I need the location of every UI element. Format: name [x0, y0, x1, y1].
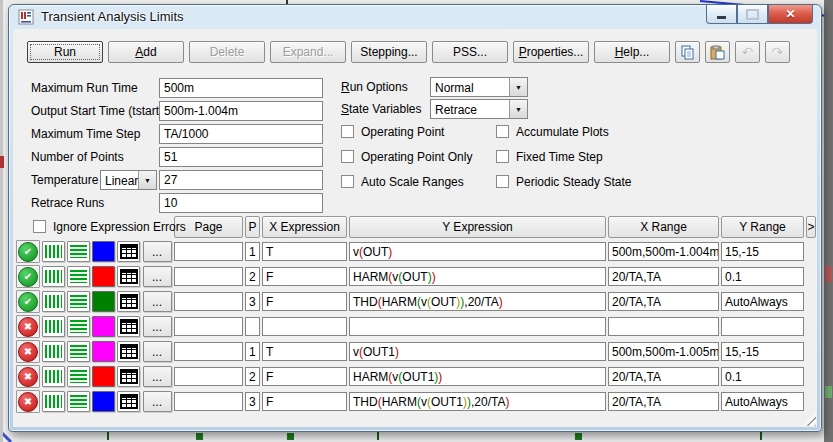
expression-more-button[interactable]: ... — [143, 291, 172, 312]
trace-color-button[interactable] — [92, 341, 115, 362]
page-field[interactable] — [174, 317, 243, 336]
trace-color-button[interactable] — [92, 366, 115, 387]
number-of-points-field[interactable]: 51 — [159, 147, 323, 167]
y-gridlines-button[interactable] — [67, 341, 90, 362]
run-options-select[interactable]: Normal ▼ — [430, 77, 528, 97]
trace-color-button[interactable] — [92, 266, 115, 287]
trace-color-button[interactable] — [92, 316, 115, 337]
p-field[interactable]: 2 — [245, 267, 260, 286]
chevron-down-icon[interactable]: ▼ — [509, 78, 527, 96]
y-expression-field[interactable]: HARM(v(OUT1)) — [349, 367, 606, 386]
column-header-x-expression[interactable]: X Expression — [262, 216, 347, 238]
numeric-output-button[interactable] — [117, 366, 140, 387]
numeric-output-button[interactable] — [117, 341, 140, 362]
y-gridlines-button[interactable] — [67, 241, 90, 262]
p-field[interactable] — [245, 317, 260, 336]
operating-point-checkbox[interactable] — [341, 125, 354, 138]
maximize-button[interactable] — [737, 5, 768, 24]
x-expression-field[interactable]: T — [262, 242, 347, 261]
state-variables-select[interactable]: Retrace ▼ — [430, 99, 528, 119]
temperature-field[interactable]: 27 — [159, 170, 323, 190]
y-expression-field[interactable]: HARM(v(OUT)) — [349, 267, 606, 286]
row-status-button[interactable]: ✖ — [16, 315, 40, 338]
row-status-button[interactable]: ✖ — [16, 390, 40, 413]
y-range-field[interactable]: AutoAlways — [721, 392, 804, 411]
x-range-field[interactable]: 20/TA,TA — [608, 292, 719, 311]
undo-button[interactable]: ↶ — [735, 41, 760, 63]
p-field[interactable]: 2 — [245, 367, 260, 386]
copy-button[interactable] — [675, 41, 700, 63]
toolbar-button-help[interactable]: Help... — [594, 41, 670, 63]
toolbar-button-add[interactable]: Add — [108, 41, 184, 63]
x-gridlines-button[interactable] — [42, 241, 65, 262]
temperature-method-select[interactable]: Linear ▼ — [100, 170, 157, 190]
toolbar-button-delete[interactable]: Delete — [189, 41, 265, 63]
p-field[interactable]: 1 — [245, 342, 260, 361]
column-header-expand[interactable]: > — [806, 216, 816, 238]
column-header-y-expression[interactable]: Y Expression — [349, 216, 606, 238]
y-range-field[interactable]: 0.1 — [721, 367, 804, 386]
y-expression-field[interactable] — [349, 317, 606, 336]
numeric-output-button[interactable] — [117, 241, 140, 262]
trace-color-button[interactable] — [92, 241, 115, 262]
page-field[interactable] — [174, 267, 243, 286]
page-field[interactable] — [174, 342, 243, 361]
row-status-button[interactable]: ✔ — [16, 265, 40, 288]
expression-more-button[interactable]: ... — [143, 391, 172, 412]
x-expression-field[interactable]: F — [262, 267, 347, 286]
periodic-steady-state-checkbox[interactable] — [496, 175, 509, 188]
numeric-output-button[interactable] — [117, 391, 140, 412]
minimize-button[interactable] — [706, 5, 737, 24]
close-button[interactable]: ✕ — [768, 5, 813, 24]
page-field[interactable] — [174, 292, 243, 311]
y-expression-field[interactable]: THD(HARM(v(OUT)),20/TA) — [349, 292, 606, 311]
row-status-button[interactable]: ✖ — [16, 365, 40, 388]
y-gridlines-button[interactable] — [67, 291, 90, 312]
row-status-button[interactable]: ✔ — [16, 240, 40, 263]
expression-more-button[interactable]: ... — [143, 241, 172, 262]
chevron-down-icon[interactable]: ▼ — [509, 100, 527, 118]
column-header-x-range[interactable]: X Range — [608, 216, 719, 238]
y-gridlines-button[interactable] — [67, 391, 90, 412]
y-gridlines-button[interactable] — [67, 366, 90, 387]
x-gridlines-button[interactable] — [42, 266, 65, 287]
auto-scale-ranges-checkbox[interactable] — [341, 175, 354, 188]
trace-color-button[interactable] — [92, 291, 115, 312]
row-status-button[interactable]: ✖ — [16, 340, 40, 363]
y-gridlines-button[interactable] — [67, 266, 90, 287]
y-range-field[interactable]: AutoAlways — [721, 292, 804, 311]
title-bar[interactable]: Transient Analysis Limits ✕ — [9, 5, 821, 29]
retrace-runs-field[interactable]: 10 — [159, 193, 323, 213]
x-range-field[interactable] — [608, 317, 719, 336]
expression-more-button[interactable]: ... — [143, 366, 172, 387]
numeric-output-button[interactable] — [117, 291, 140, 312]
y-gridlines-button[interactable] — [67, 316, 90, 337]
x-expression-field[interactable]: T — [262, 342, 347, 361]
page-field[interactable] — [174, 392, 243, 411]
y-expression-field[interactable]: v(OUT) — [349, 242, 606, 261]
x-range-field[interactable]: 20/TA,TA — [608, 267, 719, 286]
page-field[interactable] — [174, 242, 243, 261]
toolbar-button-run[interactable]: Run — [27, 41, 103, 63]
page-field[interactable] — [174, 367, 243, 386]
max-run-time-field[interactable]: 500m — [159, 78, 323, 98]
x-expression-field[interactable] — [262, 317, 347, 336]
x-expression-field[interactable]: F — [262, 292, 347, 311]
x-range-field[interactable]: 500m,500m-1.004m — [608, 242, 719, 261]
redo-button[interactable]: ↷ — [765, 41, 790, 63]
expression-more-button[interactable]: ... — [143, 266, 172, 287]
toolbar-button-pss[interactable]: PSS... — [432, 41, 508, 63]
fixed-time-step-checkbox[interactable] — [496, 150, 509, 163]
column-header-p[interactable]: P — [245, 216, 260, 238]
operating-point-only-checkbox[interactable] — [341, 150, 354, 163]
accumulate-plots-checkbox[interactable] — [496, 125, 509, 138]
x-gridlines-button[interactable] — [42, 316, 65, 337]
p-field[interactable]: 1 — [245, 242, 260, 261]
y-range-field[interactable]: 15,-15 — [721, 342, 804, 361]
numeric-output-button[interactable] — [117, 266, 140, 287]
paste-button[interactable] — [705, 41, 730, 63]
y-expression-field[interactable]: THD(HARM(v(OUT1)),20/TA) — [349, 392, 606, 411]
x-gridlines-button[interactable] — [42, 291, 65, 312]
y-range-field[interactable] — [721, 317, 804, 336]
ignore-expression-errors-checkbox[interactable] — [33, 220, 46, 233]
